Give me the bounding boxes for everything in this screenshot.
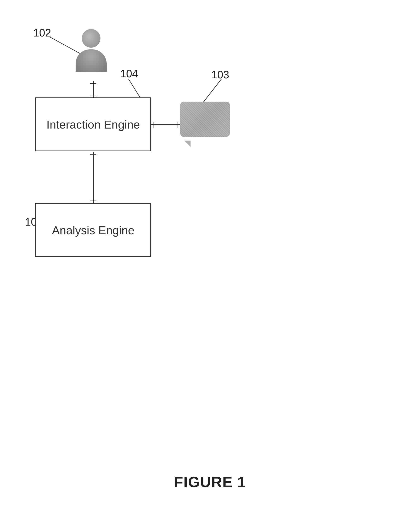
svg-line-10 [128, 79, 141, 99]
ref-label-104: 104 [120, 67, 138, 80]
connector-lines [0, 13, 420, 532]
person-body [75, 49, 107, 72]
chat-bubble [180, 102, 230, 141]
person-head [82, 29, 100, 48]
ref-label-102: 102 [33, 27, 51, 39]
chat-bubble-tail [184, 141, 191, 147]
svg-line-11 [203, 79, 222, 103]
ref-label-103: 103 [211, 68, 229, 81]
interaction-engine-label: Interaction Engine [46, 118, 140, 131]
interaction-engine-box: Interaction Engine [35, 97, 151, 151]
person-figure [70, 29, 112, 79]
analysis-engine-box: Analysis Engine [35, 203, 151, 257]
figure-caption: FIGURE 1 [0, 474, 420, 491]
analysis-engine-label: Analysis Engine [52, 224, 135, 237]
chat-bubble-body [180, 102, 230, 137]
diagram-container: 102 104 103 101 Interaction Engine Analy… [0, 13, 420, 532]
